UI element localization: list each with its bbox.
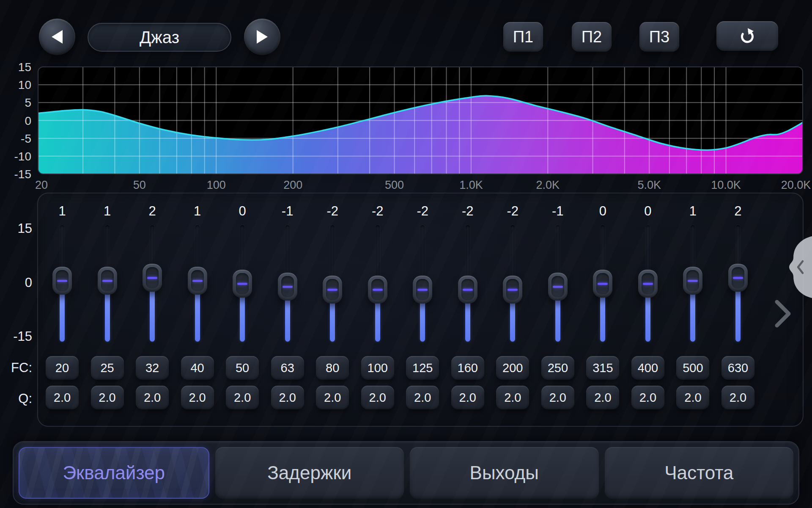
- slider-thumb[interactable]: [278, 273, 297, 301]
- gain-slider[interactable]: [406, 223, 439, 343]
- gain-slider[interactable]: [721, 223, 754, 343]
- slider-thumb-dash-icon: [283, 286, 293, 288]
- q-button-160[interactable]: 2.0: [451, 386, 484, 409]
- slider-thumb[interactable]: [593, 270, 612, 298]
- gain-slider[interactable]: [361, 223, 394, 343]
- q-button-315[interactable]: 2.0: [586, 386, 619, 409]
- slider-thumb[interactable]: [188, 267, 207, 295]
- gain-slider[interactable]: [676, 223, 709, 343]
- tab-частота[interactable]: Частота: [605, 447, 794, 499]
- svg-text:5.0K: 5.0K: [637, 179, 661, 191]
- slider-thumb[interactable]: [413, 276, 432, 304]
- gain-slider[interactable]: [316, 223, 349, 343]
- fc-button-100[interactable]: 100: [361, 356, 394, 380]
- band-gain-value: 0: [644, 203, 651, 219]
- fc-button-160[interactable]: 160: [451, 356, 484, 380]
- svg-text:100: 100: [207, 179, 226, 191]
- slider-thumb[interactable]: [98, 267, 117, 295]
- band-column-250: -12502.0: [541, 203, 574, 409]
- fc-button-32[interactable]: 32: [136, 356, 169, 380]
- slider-thumb[interactable]: [503, 276, 522, 304]
- q-button-25[interactable]: 2.0: [91, 386, 124, 409]
- slider-thumb-inner: [236, 273, 249, 294]
- q-button-250[interactable]: 2.0: [541, 386, 574, 409]
- chevron-right-icon: [773, 299, 793, 329]
- gain-slider[interactable]: [91, 223, 124, 343]
- svg-text:-15: -15: [14, 168, 31, 181]
- gain-slider[interactable]: [631, 223, 664, 343]
- q-button-50[interactable]: 2.0: [226, 386, 259, 409]
- tab-эквалайзер[interactable]: Эквалайзер: [19, 447, 209, 499]
- gain-slider[interactable]: [496, 223, 529, 343]
- band-gain-value: -2: [462, 203, 474, 219]
- slider-thumb-dash-icon: [147, 277, 157, 279]
- q-button-80[interactable]: 2.0: [316, 386, 349, 409]
- band-column-200: -22002.0: [496, 203, 529, 409]
- gain-slider[interactable]: [541, 223, 574, 343]
- slider-thumb[interactable]: [638, 270, 658, 298]
- next-bands-button[interactable]: [773, 299, 793, 330]
- side-drawer-handle[interactable]: [787, 236, 812, 300]
- fc-button-20[interactable]: 20: [46, 356, 79, 380]
- fc-row-label: FC:: [0, 360, 32, 375]
- slider-thumb[interactable]: [233, 270, 252, 298]
- q-button-400[interactable]: 2.0: [631, 386, 664, 409]
- slider-thumb[interactable]: [683, 267, 702, 295]
- fc-button-315[interactable]: 315: [586, 356, 619, 380]
- q-button-32[interactable]: 2.0: [136, 386, 169, 409]
- gain-slider[interactable]: [586, 223, 619, 343]
- fc-button-40[interactable]: 40: [181, 356, 214, 380]
- tab-выходы[interactable]: Выходы: [410, 447, 599, 499]
- slider-thumb[interactable]: [323, 276, 342, 304]
- slider-thumb-dash-icon: [102, 280, 112, 282]
- fc-button-63[interactable]: 63: [271, 356, 304, 380]
- band-gain-value: -2: [417, 203, 428, 219]
- fc-button-500[interactable]: 500: [676, 356, 709, 380]
- fc-button-25[interactable]: 25: [91, 356, 124, 380]
- slider-thumb[interactable]: [728, 264, 748, 292]
- graph-x-labels: 20501002005001.0K2.0K5.0K10.0K20.0K: [35, 179, 811, 191]
- gain-slider[interactable]: [46, 223, 79, 343]
- slider-thumb-inner: [371, 279, 384, 300]
- slider-thumb-inner: [191, 270, 204, 291]
- slider-thumb[interactable]: [143, 264, 162, 292]
- gain-scale-max: 15: [0, 221, 32, 236]
- gain-scale-zero: 0: [0, 275, 32, 290]
- svg-text:500: 500: [385, 179, 404, 191]
- fc-button-630[interactable]: 630: [721, 356, 754, 380]
- tab-label: Задержки: [267, 462, 351, 483]
- tab-задержки[interactable]: Задержки: [215, 447, 404, 499]
- gain-slider[interactable]: [181, 223, 214, 343]
- svg-text:-10: -10: [14, 150, 31, 163]
- q-button-40[interactable]: 2.0: [181, 386, 214, 409]
- gain-slider[interactable]: [451, 223, 484, 343]
- graph-y-labels: 151050-5-10-15: [14, 61, 31, 181]
- slider-thumb[interactable]: [458, 276, 477, 304]
- gain-slider[interactable]: [271, 223, 304, 343]
- slider-thumb-inner: [686, 270, 699, 291]
- q-button-100[interactable]: 2.0: [361, 386, 394, 409]
- q-button-125[interactable]: 2.0: [406, 386, 439, 409]
- q-button-20[interactable]: 2.0: [46, 386, 79, 409]
- q-button-630[interactable]: 2.0: [721, 386, 754, 409]
- fc-button-400[interactable]: 400: [631, 356, 664, 380]
- tab-label: Эквалайзер: [63, 462, 165, 483]
- band-sliders: 1202.01252.02322.01402.00502.0-1632.0-28…: [46, 203, 754, 409]
- fc-button-125[interactable]: 125: [406, 356, 439, 380]
- gain-slider[interactable]: [136, 223, 169, 343]
- gain-slider[interactable]: [226, 223, 259, 343]
- q-button-200[interactable]: 2.0: [496, 386, 529, 409]
- slider-thumb[interactable]: [548, 273, 568, 301]
- fc-button-80[interactable]: 80: [316, 356, 349, 380]
- band-column-40: 1402.0: [181, 203, 214, 409]
- fc-button-200[interactable]: 200: [496, 356, 529, 380]
- fc-button-50[interactable]: 50: [226, 356, 259, 380]
- fc-button-250[interactable]: 250: [541, 356, 574, 380]
- slider-thumb[interactable]: [368, 276, 387, 304]
- slider-thumb-dash-icon: [237, 283, 247, 285]
- svg-text:5: 5: [25, 96, 31, 109]
- q-button-500[interactable]: 2.0: [676, 386, 709, 409]
- band-gain-value: -2: [326, 203, 338, 219]
- slider-thumb[interactable]: [52, 267, 72, 295]
- q-button-63[interactable]: 2.0: [271, 386, 304, 409]
